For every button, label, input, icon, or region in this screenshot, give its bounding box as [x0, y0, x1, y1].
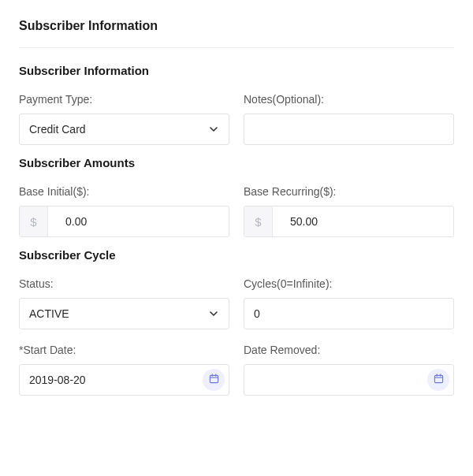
base-initial-input[interactable] — [48, 206, 229, 236]
chevron-down-icon — [210, 310, 218, 318]
start-date-input[interactable] — [19, 364, 229, 396]
notes-label: Notes(Optional): — [244, 93, 454, 106]
svg-rect-0 — [210, 375, 218, 382]
cycles-label: Cycles(0=Infinite): — [244, 277, 454, 290]
base-initial-label: Base Initial($): — [19, 185, 229, 198]
section-title-info: Subscriber Information — [19, 64, 454, 77]
start-date-picker-button[interactable] — [203, 369, 225, 391]
date-removed-picker-button[interactable] — [427, 369, 449, 391]
section-title-cycle: Subscriber Cycle — [19, 248, 454, 262]
base-recurring-input[interactable] — [273, 206, 453, 236]
date-removed-label: Date Removed: — [244, 344, 454, 356]
page-title: Subscriber Information — [19, 19, 454, 47]
calendar-icon — [209, 373, 219, 387]
status-select[interactable]: ACTIVE — [19, 298, 229, 329]
dollar-icon: $ — [244, 206, 273, 236]
base-initial-field: $ — [19, 206, 229, 237]
base-recurring-field: $ — [244, 206, 454, 237]
payment-type-select[interactable]: Credit Card — [19, 113, 229, 145]
status-label: Status: — [19, 277, 229, 290]
payment-type-value: Credit Card — [29, 123, 86, 136]
cycles-input[interactable] — [244, 298, 454, 329]
section-title-amounts: Subscriber Amounts — [19, 156, 454, 169]
payment-type-label: Payment Type: — [19, 93, 229, 106]
calendar-icon — [434, 373, 444, 387]
svg-rect-4 — [434, 375, 442, 382]
divider — [19, 47, 454, 48]
dollar-icon: $ — [20, 206, 48, 236]
start-date-label: *Start Date: — [19, 344, 229, 356]
chevron-down-icon — [210, 125, 218, 133]
date-removed-input[interactable] — [244, 364, 454, 396]
base-recurring-label: Base Recurring($): — [244, 185, 454, 198]
status-value: ACTIVE — [29, 307, 69, 320]
notes-input[interactable] — [244, 113, 454, 145]
